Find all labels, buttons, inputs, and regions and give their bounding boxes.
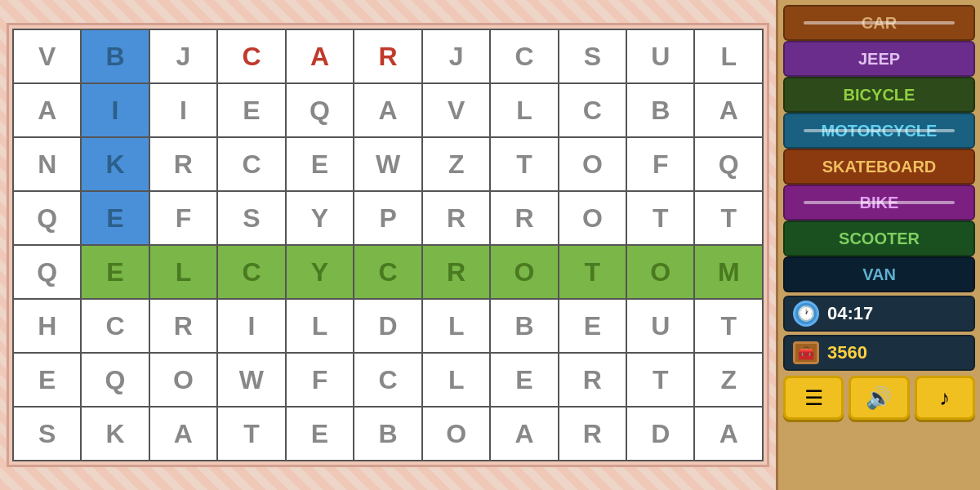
grid-cell[interactable]: T: [694, 191, 763, 245]
grid-cell[interactable]: E: [13, 353, 81, 407]
grid-cell[interactable]: W: [354, 137, 422, 191]
grid-cell[interactable]: O: [422, 407, 490, 461]
grid-cell[interactable]: K: [81, 407, 149, 461]
grid-cell[interactable]: L: [286, 299, 354, 353]
grid-cell[interactable]: D: [626, 407, 694, 461]
grid-cell[interactable]: A: [354, 83, 422, 137]
grid-cell[interactable]: C: [217, 29, 286, 83]
grid-cell[interactable]: L: [422, 353, 490, 407]
grid-cell[interactable]: R: [354, 29, 422, 83]
grid-cell[interactable]: Q: [81, 353, 149, 407]
grid-cell[interactable]: V: [422, 83, 490, 137]
menu-button[interactable]: ☰: [783, 376, 844, 420]
grid-cell[interactable]: A: [694, 83, 763, 137]
grid-cell[interactable]: C: [81, 299, 149, 353]
grid-cell[interactable]: O: [626, 245, 694, 299]
grid-cell[interactable]: U: [626, 29, 694, 83]
word-item-bicycle[interactable]: BICYCLE: [783, 77, 975, 113]
grid-cell[interactable]: J: [149, 29, 217, 83]
grid-cell[interactable]: Z: [422, 137, 490, 191]
grid-cell[interactable]: T: [694, 299, 763, 353]
grid-cell[interactable]: Y: [286, 245, 354, 299]
grid-cell[interactable]: F: [286, 353, 354, 407]
grid-cell[interactable]: O: [149, 353, 217, 407]
grid-cell[interactable]: I: [149, 83, 217, 137]
grid-cell[interactable]: R: [422, 245, 490, 299]
grid-cell[interactable]: R: [149, 137, 217, 191]
grid-cell[interactable]: D: [354, 299, 422, 353]
grid-cell[interactable]: A: [286, 29, 354, 83]
grid-cell[interactable]: A: [149, 407, 217, 461]
grid-cell[interactable]: F: [149, 191, 217, 245]
grid-cell[interactable]: O: [490, 245, 558, 299]
grid-cell[interactable]: L: [149, 245, 217, 299]
grid-cell[interactable]: O: [559, 191, 626, 245]
grid-cell[interactable]: Y: [286, 191, 354, 245]
grid-cell[interactable]: Q: [13, 245, 81, 299]
grid-cell[interactable]: S: [217, 191, 286, 245]
grid-cell[interactable]: E: [286, 407, 354, 461]
grid-cell[interactable]: K: [81, 137, 149, 191]
grid-cell[interactable]: W: [217, 353, 286, 407]
grid-cell[interactable]: O: [559, 137, 626, 191]
word-item-bike[interactable]: BIKE: [783, 185, 975, 220]
word-item-car[interactable]: CAR: [783, 5, 975, 41]
word-item-skateboard[interactable]: SKATEBOARD: [783, 149, 975, 185]
grid-cell[interactable]: C: [354, 353, 422, 407]
grid-cell[interactable]: L: [422, 299, 490, 353]
grid-cell[interactable]: P: [354, 191, 422, 245]
grid-cell[interactable]: I: [217, 299, 286, 353]
grid-cell[interactable]: E: [81, 245, 149, 299]
grid-cell[interactable]: T: [626, 353, 694, 407]
grid-cell[interactable]: T: [626, 191, 694, 245]
grid-cell[interactable]: L: [694, 29, 763, 83]
grid-cell[interactable]: Q: [286, 83, 354, 137]
grid-cell[interactable]: B: [626, 83, 694, 137]
grid-cell[interactable]: R: [559, 407, 626, 461]
word-item-van[interactable]: VAN: [783, 256, 975, 292]
grid-cell[interactable]: M: [694, 245, 763, 299]
grid-cell[interactable]: C: [559, 83, 626, 137]
grid-cell[interactable]: C: [217, 137, 286, 191]
grid-cell[interactable]: A: [694, 407, 763, 461]
grid-cell[interactable]: R: [149, 299, 217, 353]
grid-cell[interactable]: F: [626, 137, 694, 191]
sound-button[interactable]: 🔊: [849, 376, 909, 420]
grid-cell[interactable]: E: [559, 299, 626, 353]
grid-cell[interactable]: C: [217, 245, 286, 299]
grid-cell[interactable]: E: [490, 353, 558, 407]
word-item-jeep[interactable]: JEEP: [783, 41, 975, 77]
grid-cell[interactable]: A: [490, 407, 558, 461]
grid-cell[interactable]: H: [13, 299, 81, 353]
grid-cell[interactable]: Z: [694, 353, 763, 407]
word-item-scooter[interactable]: SCOOTER: [783, 220, 975, 256]
music-button[interactable]: ♪: [915, 376, 975, 420]
grid-cell[interactable]: R: [559, 353, 626, 407]
grid-cell[interactable]: T: [490, 137, 558, 191]
grid-cell[interactable]: Q: [694, 137, 763, 191]
grid-cell[interactable]: C: [354, 245, 422, 299]
grid-cell[interactable]: E: [286, 137, 354, 191]
grid-cell[interactable]: J: [422, 29, 490, 83]
grid-cell[interactable]: S: [13, 407, 81, 461]
grid-cell[interactable]: L: [490, 83, 558, 137]
grid-cell[interactable]: T: [559, 245, 626, 299]
grid-cell[interactable]: R: [490, 191, 558, 245]
timer-display: 04:17: [827, 303, 873, 324]
grid-cell[interactable]: R: [422, 191, 490, 245]
grid-cell[interactable]: Q: [13, 191, 81, 245]
grid-cell[interactable]: V: [13, 29, 81, 83]
grid-cell[interactable]: A: [13, 83, 81, 137]
grid-cell[interactable]: B: [490, 299, 558, 353]
grid-cell[interactable]: S: [559, 29, 626, 83]
grid-cell[interactable]: B: [81, 29, 149, 83]
grid-cell[interactable]: B: [354, 407, 422, 461]
grid-cell[interactable]: E: [81, 191, 149, 245]
grid-cell[interactable]: T: [217, 407, 286, 461]
grid-cell[interactable]: E: [217, 83, 286, 137]
grid-cell[interactable]: C: [490, 29, 558, 83]
grid-cell[interactable]: U: [626, 299, 694, 353]
grid-cell[interactable]: I: [81, 83, 149, 137]
grid-cell[interactable]: N: [13, 137, 81, 191]
word-item-motorcycle[interactable]: MOTORCYCLE: [783, 113, 975, 149]
